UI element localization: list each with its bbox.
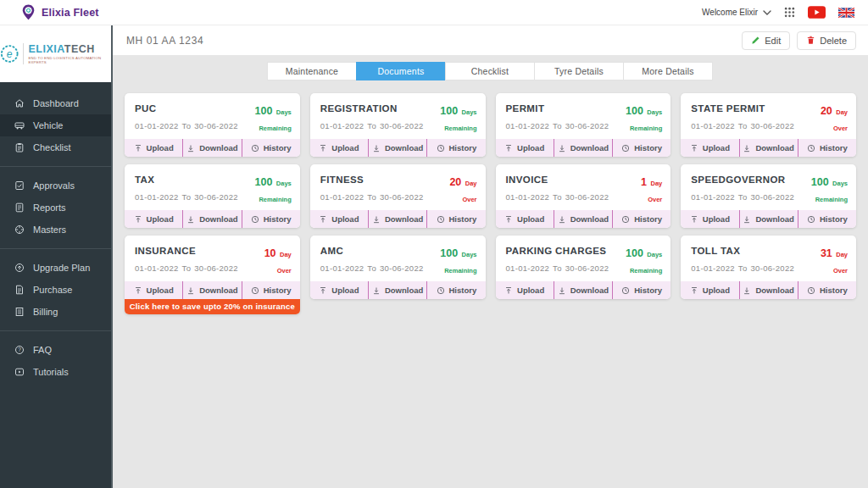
sidebar-item-checklist[interactable]: Checklist	[0, 136, 111, 158]
tab-tyre-details[interactable]: Tyre Details	[534, 62, 624, 80]
download-button[interactable]: Download	[183, 210, 242, 228]
sidebar-item-label: Reports	[33, 202, 66, 213]
history-clock-icon	[621, 144, 630, 152]
download-icon	[372, 144, 381, 152]
status-word: Remaining	[630, 267, 662, 274]
download-button[interactable]: Download	[554, 281, 613, 299]
tab-more-details[interactable]: More Details	[623, 62, 713, 80]
download-icon	[372, 215, 381, 224]
history-button[interactable]: History	[427, 281, 485, 299]
upload-button[interactable]: Upload	[310, 281, 369, 299]
upload-icon	[134, 215, 142, 224]
upload-button[interactable]: Upload	[681, 210, 739, 228]
history-button[interactable]: History	[798, 210, 856, 228]
edit-button[interactable]: Edit	[742, 31, 790, 50]
download-button[interactable]: Download	[554, 210, 613, 228]
status-word: Over	[277, 267, 292, 274]
sidebar-item-vehicle[interactable]: Vehicle	[0, 114, 111, 136]
sidebar-item-tutorials[interactable]: Tutorials	[0, 361, 111, 383]
upload-button[interactable]: Upload	[681, 139, 739, 157]
status-badge: 100 Days Remaining	[418, 102, 477, 134]
sidebar-item-faq[interactable]: FAQ	[0, 339, 111, 361]
history-button[interactable]: History	[613, 139, 670, 157]
status-value: 100	[440, 105, 458, 117]
sidebar-divider	[0, 166, 111, 167]
upgrade-icon	[14, 263, 25, 273]
status-word: Over	[833, 267, 848, 274]
download-button[interactable]: Download	[369, 210, 427, 228]
sidebar-item-reports[interactable]: Reports	[0, 197, 111, 219]
youtube-button[interactable]	[808, 6, 826, 19]
document-card-permit: PERMIT 100 Days Remaining 01-01-2022To30…	[496, 93, 671, 157]
sidebar-item-upgrade-plan[interactable]: Upgrade Plan	[0, 257, 111, 279]
sidebar-item-dashboard[interactable]: Dashboard	[0, 92, 111, 114]
sidebar-item-purchase[interactable]: Purchase	[0, 279, 111, 301]
history-button[interactable]: History	[613, 281, 670, 299]
sidebar-divider	[0, 248, 111, 249]
upload-button[interactable]: Upload	[310, 139, 369, 157]
history-button[interactable]: History	[242, 210, 300, 228]
history-button[interactable]: History	[798, 281, 856, 299]
billing-icon	[14, 307, 25, 317]
delete-button[interactable]: Delete	[797, 31, 856, 50]
app-title: Elixia Fleet	[42, 7, 99, 19]
upload-button[interactable]: Upload	[496, 210, 554, 228]
document-card-registration: REGISTRATION 100 Days Remaining 01-01-20…	[310, 93, 486, 157]
status-value: 20	[821, 105, 832, 117]
download-button[interactable]: Download	[183, 281, 242, 299]
history-button[interactable]: History	[242, 139, 300, 157]
status-badge: 100 Days Remaining	[232, 173, 292, 205]
upload-icon	[504, 144, 513, 152]
document-card-tax: TAX 100 Days Remaining 01-01-2022To30-06…	[125, 164, 300, 228]
download-button[interactable]: Download	[369, 281, 427, 299]
history-button[interactable]: History	[427, 210, 485, 228]
apps-grid-button[interactable]	[784, 7, 795, 18]
history-clock-icon	[251, 286, 259, 295]
logo-tagline: END TO END LOGISTICS AUTOMATION EXPERTS	[28, 56, 111, 64]
status-value: 100	[255, 176, 273, 188]
status-unit: Days	[462, 251, 477, 258]
download-icon	[372, 286, 381, 295]
status-unit: Days	[647, 251, 662, 258]
history-button[interactable]: History	[798, 139, 856, 157]
status-word: Remaining	[444, 267, 476, 274]
history-button[interactable]: History	[242, 281, 300, 299]
tab-maintenance[interactable]: Maintenance	[267, 62, 357, 80]
download-icon	[743, 215, 751, 224]
download-button[interactable]: Download	[554, 139, 613, 157]
tabs-row: MaintenanceDocumentsChecklistTyre Detail…	[113, 62, 868, 80]
upload-button[interactable]: Upload	[681, 281, 739, 299]
upload-button[interactable]: Upload	[125, 281, 183, 299]
status-unit: Days	[832, 180, 848, 187]
download-button[interactable]: Download	[740, 281, 798, 299]
purchase-icon	[14, 285, 25, 295]
history-button[interactable]: History	[427, 139, 485, 157]
download-icon	[186, 286, 195, 295]
download-button[interactable]: Download	[369, 139, 427, 157]
sidebar-item-billing[interactable]: Billing	[0, 301, 111, 323]
insurance-offer-banner[interactable]: Click here to save upto 20% on insurance	[125, 299, 300, 314]
sidebar-item-approvals[interactable]: Approvals	[0, 175, 111, 197]
status-unit: Day	[280, 251, 292, 258]
home-icon	[14, 98, 25, 108]
status-word: Remaining	[259, 196, 291, 203]
status-value: 31	[821, 247, 832, 259]
history-button[interactable]: History	[613, 210, 670, 228]
upload-button[interactable]: Upload	[125, 210, 183, 228]
tab-documents[interactable]: Documents	[356, 62, 446, 80]
status-value: 100	[626, 247, 643, 259]
upload-button[interactable]: Upload	[496, 281, 554, 299]
language-flag-button[interactable]	[838, 8, 854, 18]
user-menu[interactable]: Welcome Elixir	[702, 8, 771, 17]
download-button[interactable]: Download	[183, 139, 242, 157]
status-unit: Day	[836, 251, 848, 258]
tab-checklist[interactable]: Checklist	[445, 62, 535, 80]
upload-button[interactable]: Upload	[125, 139, 183, 157]
download-button[interactable]: Download	[740, 210, 798, 228]
status-value: 100	[255, 105, 273, 117]
download-button[interactable]: Download	[740, 139, 798, 157]
upload-button[interactable]: Upload	[496, 139, 554, 157]
upload-button[interactable]: Upload	[310, 210, 369, 228]
sidebar-item-masters[interactable]: Masters	[0, 219, 111, 241]
status-unit: Day	[650, 180, 662, 187]
